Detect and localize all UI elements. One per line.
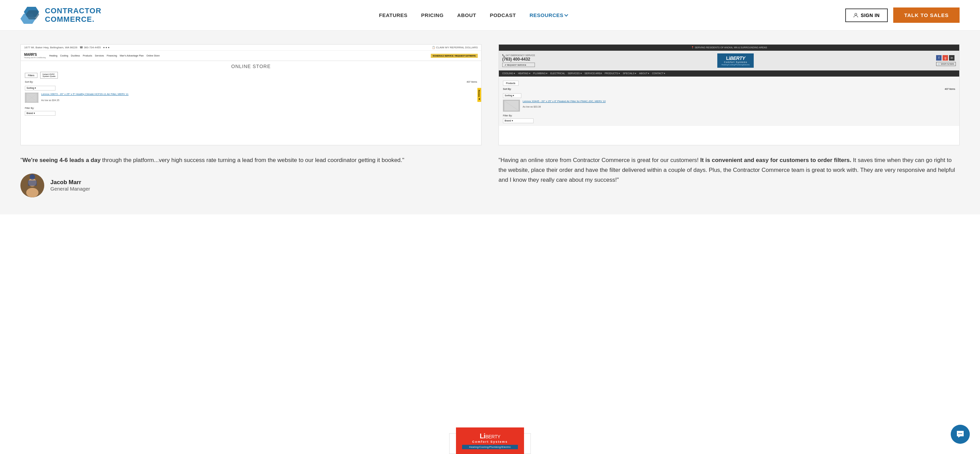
- liberty-product-price: As low as $33.38: [523, 105, 541, 108]
- main-content: 1677 Mt. Baker Hwy, Bellingham, WA 98226…: [0, 30, 980, 214]
- nav-podcast[interactable]: PODCAST: [490, 12, 516, 18]
- nav-features[interactable]: FEATURES: [379, 12, 408, 18]
- marrs-schedule-btn: SCHEDULE SERVICE / REQUEST ESTIMATE: [431, 54, 478, 58]
- logo-text: CONTRACTOR COMMERCE.: [45, 7, 102, 23]
- left-testimonial: "We're seeing 4-6 leads a day through th…: [21, 145, 482, 198]
- marrs-nav-bar: MARR'S Heating and Air Conditioning Heat…: [21, 51, 481, 61]
- marrs-filter-by: Filter By: Brand ▾: [25, 104, 477, 116]
- liberty-screenshot: 📍 SERVING RESIDENTS OF ANOKA, MN & SURRO…: [499, 45, 959, 145]
- liberty-screenshot-card: 📍 SERVING RESIDENTS OF ANOKA, MN & SURRO…: [498, 44, 959, 145]
- left-author-row: Jacob Marr General Manager: [21, 174, 482, 198]
- right-testimonial-bold: It is convenient and easy for customers …: [700, 157, 851, 163]
- logo-line2: COMMERCE.: [45, 15, 102, 24]
- right-testimonial-text: "Having an online store from Contractor …: [498, 156, 959, 185]
- nav-resources[interactable]: RESOURCES: [530, 12, 568, 18]
- marrs-hvac-btn: Instant HVACSystem Quote: [40, 72, 58, 79]
- marrs-product-img: [25, 92, 38, 103]
- svg-rect-7: [27, 94, 37, 102]
- liberty-product-link: Lennox X0445 - 20" x 25" x 6" Pleated Ai…: [523, 100, 606, 103]
- liberty-product-item: Lennox X0445 - 20" x 25" x 6" Pleated Ai…: [503, 100, 955, 112]
- liberty-store-area: Products Sort By: 407 Items Sorting ▾: [499, 76, 959, 126]
- svg-point-3: [855, 13, 857, 15]
- left-author-avatar: [21, 174, 44, 198]
- marrs-dropdowns: Sorting ▾: [25, 85, 477, 91]
- liberty-nav-bar: COOLING ▾ HEATING ▾ PLUMBING ▾ ELECTRICA…: [499, 70, 959, 76]
- liberty-screenshot-frame: 📍 SERVING RESIDENTS OF ANOKA, MN & SURRO…: [498, 44, 959, 145]
- logo-icon: [21, 5, 41, 25]
- header-actions: SIGN IN TALK TO SALES: [845, 8, 959, 23]
- marrs-product-item: Lennox X6673 - 20" x 25" x 5" Healthy Cl…: [25, 92, 477, 103]
- liberty-product-img: [503, 100, 520, 112]
- logo-line1: CONTRACTOR: [45, 7, 102, 15]
- right-column: 📍 SERVING RESIDENTS OF ANOKA, MN & SURRO…: [498, 44, 959, 198]
- marrs-claim-link: 📋 CLAIM MY REFERRAL DOLLARS: [432, 46, 478, 49]
- left-testimonial-bold: We're seeing 4-6 leads a day: [22, 157, 101, 163]
- marrs-screenshot: 1677 Mt. Baker Hwy, Bellingham, WA 98226…: [21, 45, 481, 145]
- liberty-logo-box: LiBERTY Comfort Systems Heating/Cooling/…: [717, 53, 754, 68]
- marrs-screenshot-card: 1677 Mt. Baker Hwy, Bellingham, WA 98226…: [21, 44, 482, 145]
- sign-in-button[interactable]: SIGN IN: [845, 8, 888, 22]
- main-nav: FEATURES PRICING ABOUT PODCAST RESOURCES: [379, 12, 568, 18]
- marrs-address: 1677 Mt. Baker Hwy, Bellingham, WA 98226…: [24, 46, 110, 49]
- marrs-nav-links: Heating Cooling Ductless Products Servic…: [49, 54, 159, 57]
- site-header: CONTRACTOR COMMERCE. FEATURES PRICING AB…: [0, 0, 980, 30]
- nav-pricing[interactable]: PRICING: [421, 12, 444, 18]
- person-icon: [853, 13, 858, 18]
- marrs-top-bar: 1677 Mt. Baker Hwy, Bellingham, WA 98226…: [21, 45, 481, 51]
- sign-in-label: SIGN IN: [861, 13, 880, 18]
- liberty-header-area: 📞 24/7 EMERGENCY SERVICE (763) 400-4432 …: [499, 51, 959, 70]
- marrs-filter-row: Filters Instant HVACSystem Quote: [25, 72, 477, 79]
- marrs-sort-row: Sort By: 407 Items: [25, 81, 477, 83]
- svg-rect-11: [28, 180, 37, 186]
- left-author-title: General Manager: [50, 186, 90, 191]
- left-author-name: Jacob Marr: [50, 179, 90, 186]
- two-column-layout: 1677 Mt. Baker Hwy, Bellingham, WA 98226…: [21, 44, 959, 198]
- svg-point-12: [30, 174, 35, 180]
- talk-to-sales-button[interactable]: TALK TO SALES: [893, 8, 959, 23]
- nav-about[interactable]: ABOUT: [457, 12, 476, 18]
- marrs-store-title: ONLINE STORE: [25, 64, 477, 69]
- logo-area[interactable]: CONTRACTOR COMMERCE.: [21, 5, 102, 25]
- marrs-store-area: ONLINE STORE Filters Instant HVACSystem …: [21, 61, 481, 118]
- marrs-product-price: As low as $34.35: [41, 99, 59, 102]
- chevron-down-icon: [564, 13, 568, 16]
- left-column: 1677 Mt. Baker Hwy, Bellingham, WA 98226…: [21, 44, 482, 198]
- marrs-filter-btn: Filters: [25, 73, 37, 78]
- marrs-screenshot-frame: 1677 Mt. Baker Hwy, Bellingham, WA 98226…: [21, 44, 482, 145]
- svg-point-10: [26, 188, 38, 198]
- liberty-products-bar: Products: [503, 81, 519, 86]
- marrs-product-link: Lennox X6673 - 20" x 25" x 5" Healthy Cl…: [41, 92, 129, 96]
- marrs-nav-logo: MARR'S Heating and Air Conditioning: [24, 53, 46, 59]
- marrs-review-tab: Review ★: [477, 88, 481, 102]
- right-testimonial: "Having an online store from Contractor …: [498, 145, 959, 185]
- liberty-top-bar: 📍 SERVING RESIDENTS OF ANOKA, MN & SURRO…: [499, 45, 959, 51]
- left-testimonial-text: "We're seeing 4-6 leads a day through th…: [21, 156, 482, 166]
